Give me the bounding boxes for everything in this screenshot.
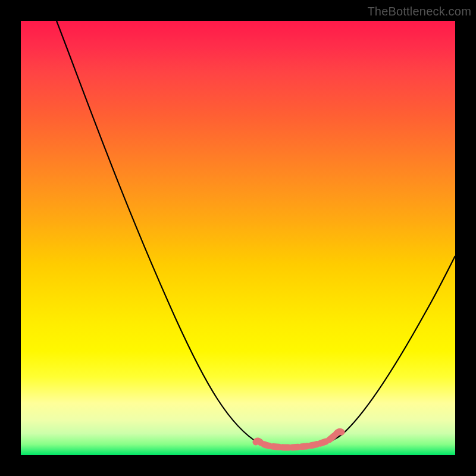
chart-svg [21, 21, 455, 455]
watermark-text: TheBottleneck.com [367, 5, 471, 18]
optimal-zone-highlight [256, 431, 342, 447]
bottleneck-curve-path [57, 21, 455, 447]
bottleneck-chart [21, 21, 455, 455]
